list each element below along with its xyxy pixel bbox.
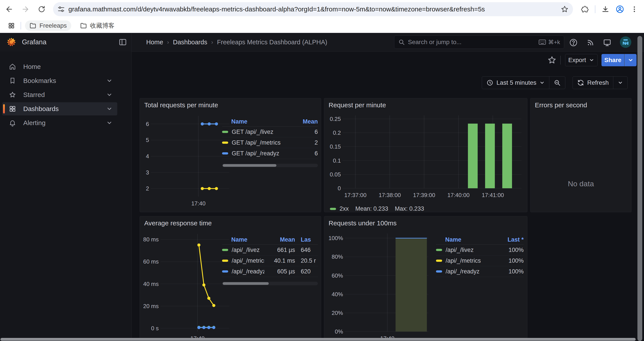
legend-column-header[interactable]: Last * <box>497 236 524 243</box>
profile-icon[interactable] <box>614 3 626 15</box>
chevron-down-icon[interactable] <box>106 92 112 98</box>
series-color-swatch <box>436 249 442 251</box>
series-name: /api/_/livez <box>446 247 474 253</box>
grafana-logo[interactable] <box>6 37 16 47</box>
zoom-out-button[interactable] <box>549 77 565 89</box>
series-value: 2 <box>296 139 318 146</box>
refresh-interval-button[interactable] <box>613 77 627 89</box>
chart-legend[interactable]: 2xx Mean: 0.233 Max: 0.233 <box>330 205 424 212</box>
url-text[interactable]: grafana.mathmast.com/d/deytv4rwavabkb/fr… <box>68 6 561 13</box>
legend-column-header[interactable]: Las <box>295 236 318 243</box>
chevron-down-icon <box>589 58 594 63</box>
svg-text:5: 5 <box>146 137 149 143</box>
scrollbar-thumb[interactable] <box>223 282 269 285</box>
series-color-swatch <box>222 260 228 262</box>
legend-scrollbar[interactable] <box>222 282 318 285</box>
bookmark-star-icon[interactable] <box>561 5 568 13</box>
legend-row[interactable]: GET /api/_/livez6 <box>222 127 318 137</box>
bookmark-folder-blogs[interactable]: 收藏博客 <box>76 20 119 32</box>
apps-grid-icon[interactable] <box>5 20 18 32</box>
browser-menu-icon[interactable] <box>628 3 640 15</box>
scrollbar-thumb[interactable] <box>223 164 276 167</box>
collapse-sidebar-icon[interactable] <box>118 38 127 47</box>
breadcrumb-dashboards[interactable]: Dashboards <box>173 39 207 46</box>
back-icon[interactable] <box>3 3 15 15</box>
legend-row[interactable]: GET /api/_/metrics2 <box>222 137 318 148</box>
requests-under-100ms-chart[interactable]: 100%80%60%40%20%0%17:40 <box>328 230 431 341</box>
series-name: /api/_/readyz <box>232 268 264 275</box>
legend-column-header[interactable]: Mean <box>264 236 295 243</box>
panel-title[interactable]: Requests under 100ms <box>328 219 396 227</box>
downloads-icon[interactable] <box>599 3 612 15</box>
sidebar-item-alerting[interactable]: Alerting <box>2 116 117 129</box>
series-name: 2xx <box>340 205 349 212</box>
series-value: 6 <box>296 129 318 135</box>
site-settings-icon[interactable] <box>58 6 65 13</box>
sidebar-item-home[interactable]: Home <box>2 60 117 73</box>
vertical-scrollbar[interactable] <box>638 36 642 341</box>
svg-text:0.2: 0.2 <box>333 129 341 136</box>
svg-text:0.05: 0.05 <box>330 171 341 178</box>
extensions-icon[interactable] <box>579 3 591 15</box>
chevron-down-icon[interactable] <box>106 78 112 84</box>
legend-table: NameMeanGET /api/_/livez6GET /api/_/metr… <box>222 117 318 159</box>
bookmarks-divider <box>20 22 21 30</box>
user-avatar[interactable] <box>620 37 631 48</box>
reload-icon[interactable] <box>36 3 48 15</box>
share-menu-button[interactable] <box>624 54 636 66</box>
refresh-button[interactable]: Refresh <box>573 77 613 89</box>
help-icon[interactable] <box>568 38 578 47</box>
svg-text:40%: 40% <box>332 291 343 297</box>
time-range-picker[interactable]: Last 5 minutes <box>482 77 549 89</box>
legend-column-header[interactable]: Name <box>222 236 264 243</box>
legend-row[interactable]: /api/_/livez661 µs646 <box>222 245 318 255</box>
news-rss-icon[interactable] <box>586 38 595 47</box>
grafana-header: Grafana Home › Dashboards › Freeleaps Me… <box>0 33 644 52</box>
forward-icon[interactable] <box>19 3 32 15</box>
sidebar-item-dashboards[interactable]: Dashboards <box>2 102 117 115</box>
svg-text:60 ms: 60 ms <box>143 258 159 265</box>
legend-scrollbar[interactable] <box>222 164 318 167</box>
sidebar-item-starred[interactable]: Starred <box>2 88 117 101</box>
legend-row[interactable]: /api/_/metrics100% <box>436 255 524 266</box>
legend-row[interactable]: /api/_/livez100% <box>436 245 524 255</box>
series-value: 646 <box>295 247 318 253</box>
chevron-down-icon[interactable] <box>106 120 112 126</box>
legend-row[interactable]: GET /api/_/readyz6 <box>222 148 318 159</box>
svg-text:100%: 100% <box>328 235 343 241</box>
chevron-down-icon[interactable] <box>106 106 112 112</box>
legend-column-header[interactable]: Name <box>436 236 497 243</box>
breadcrumb-separator: › <box>167 39 169 46</box>
breadcrumb-home[interactable]: Home <box>146 39 163 46</box>
legend-row[interactable]: /api/_/readyz100% <box>436 266 524 277</box>
star-icon <box>9 91 16 99</box>
kiosk-monitor-icon[interactable] <box>602 38 612 47</box>
average-response-time-chart[interactable]: 80 ms60 ms40 ms20 ms0 s17:40 <box>142 230 232 341</box>
favorite-star-icon[interactable] <box>547 55 557 65</box>
legend-column-header[interactable]: Mean <box>296 118 318 125</box>
series-value: 100% <box>497 247 524 253</box>
panel-title[interactable]: Average response time <box>144 219 212 227</box>
svg-text:0.15: 0.15 <box>330 143 341 150</box>
svg-text:3: 3 <box>146 169 149 176</box>
bookmark-folder-freeleaps[interactable]: Freeleaps <box>25 21 71 31</box>
series-name: GET /api/_/metrics <box>232 139 280 146</box>
svg-text:80%: 80% <box>332 253 343 260</box>
total-requests-chart[interactable]: 6543217:40 <box>142 112 232 208</box>
horizontal-scrollbar[interactable] <box>0 338 636 341</box>
series-value: 661 µs <box>264 247 295 253</box>
legend-column-header[interactable]: Name <box>222 118 296 125</box>
panel-title[interactable]: Total requests per minute <box>144 101 218 109</box>
export-button[interactable]: Export <box>565 54 598 66</box>
legend-row[interactable]: /api/_/metrics40.1 ms20.5 r <box>222 255 318 266</box>
address-bar[interactable]: grafana.mathmast.com/d/deytv4rwavabkb/fr… <box>53 2 573 16</box>
series-name: GET /api/_/readyz <box>232 150 279 157</box>
toolbar-divider <box>595 5 595 13</box>
panel-title[interactable]: Request per minute <box>328 101 386 109</box>
panel-title[interactable]: Errors per second <box>535 101 587 109</box>
search-input[interactable]: Search or jump to... ⌘+k <box>394 36 564 49</box>
legend-row[interactable]: /api/_/readyz605 µs620 <box>222 266 318 277</box>
sidebar-item-bookmarks[interactable]: Bookmarks <box>2 74 117 87</box>
share-button[interactable]: Share <box>602 54 624 66</box>
request-per-minute-chart[interactable]: 0.250.20.150.10.05017:37:0017:38:0017:39… <box>328 112 524 201</box>
